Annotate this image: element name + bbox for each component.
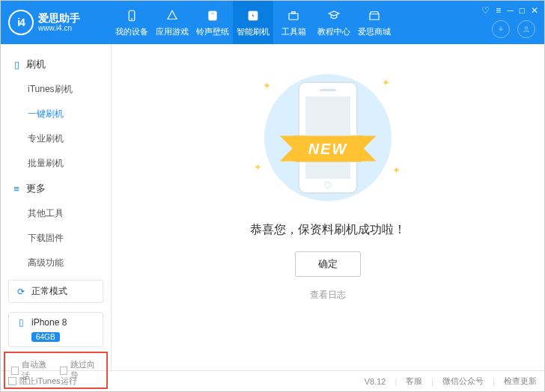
device-selector[interactable]: ▯ iPhone 8 64GB [8, 312, 103, 347]
nav-toolbox[interactable]: 工具箱 [273, 1, 314, 44]
flash-icon [246, 8, 261, 23]
footer-link-support[interactable]: 客服 [406, 376, 422, 387]
user-button[interactable] [517, 20, 535, 38]
device-icon [124, 8, 139, 23]
close-button[interactable]: ✕ [531, 5, 538, 16]
sidebar-item-batch-flash[interactable]: 批量刷机 [1, 151, 111, 176]
success-illustration: ✦✦✦✦ NEW [242, 67, 414, 209]
toolbox-icon [286, 8, 301, 23]
view-log-link[interactable]: 查看日志 [310, 289, 346, 301]
main-content: ✦✦✦✦ NEW 恭喜您，保资料刷机成功啦！ 确定 查看日志 [112, 44, 544, 370]
store-icon [367, 8, 382, 23]
ok-button[interactable]: 确定 [295, 251, 361, 277]
nav-apps[interactable]: 应用游戏 [152, 1, 192, 44]
window-controls: ♡ ≡ ─ □ ✕ [475, 1, 544, 20]
nav-tutorial[interactable]: 教程中心 [314, 1, 354, 44]
device-small-icon: ▯ [15, 317, 27, 328]
mode-label: 正常模式 [31, 285, 67, 298]
minimize-button[interactable]: ─ [507, 5, 514, 16]
svg-rect-5 [289, 13, 298, 19]
svg-point-7 [525, 27, 528, 30]
storage-badge: 64GB [31, 332, 60, 342]
apps-icon [165, 8, 180, 23]
sidebar-item-itunes-flash[interactable]: iTunes刷机 [1, 77, 111, 102]
sidebar: ▯ 刷机 iTunes刷机 一键刷机 专业刷机 批量刷机 ≡ 更多 其他工具 下… [1, 44, 112, 370]
svg-rect-6 [292, 11, 296, 13]
sidebar-group-flash[interactable]: ▯ 刷机 [1, 52, 111, 77]
nav-ringtones[interactable]: 铃声壁纸 [192, 1, 233, 44]
menu-icon[interactable]: ≡ [496, 5, 501, 16]
logo[interactable]: i4 爱思助手 www.i4.cn [1, 1, 112, 44]
sidebar-group-more[interactable]: ≡ 更多 [1, 176, 111, 201]
music-icon [205, 8, 220, 23]
maximize-button[interactable]: □ [520, 5, 525, 16]
tutorial-icon [326, 8, 341, 23]
sidebar-item-advanced[interactable]: 高级功能 [1, 251, 111, 275]
titlebar: i4 爱思助手 www.i4.cn 我的设备 应用游戏 铃声壁纸 智能刷机 工具… [1, 1, 544, 44]
new-ribbon: NEW [295, 136, 362, 162]
mode-selector[interactable]: ⟳ 正常模式 [8, 280, 103, 303]
svg-rect-2 [209, 11, 217, 20]
svg-rect-3 [210, 13, 215, 14]
brand-url: www.i4.cn [38, 24, 80, 32]
nav-my-device[interactable]: 我的设备 [112, 1, 152, 44]
sidebar-item-pro-flash[interactable]: 专业刷机 [1, 126, 111, 151]
basket-icon[interactable]: ♡ [481, 5, 490, 16]
sidebar-item-oneclick-flash[interactable]: 一键刷机 [1, 102, 111, 126]
download-button[interactable] [492, 20, 510, 38]
sidebar-item-other-tools[interactable]: 其他工具 [1, 201, 111, 226]
more-icon: ≡ [11, 183, 22, 195]
block-itunes-checkbox[interactable]: 阻止iTunes运行 [8, 376, 77, 387]
nav-store[interactable]: 爱思商城 [354, 1, 395, 44]
main-nav: 我的设备 应用游戏 铃声壁纸 智能刷机 工具箱 教程中心 爱思商城 [112, 1, 475, 44]
nav-flash[interactable]: 智能刷机 [233, 1, 273, 44]
device-name: iPhone 8 [31, 317, 67, 328]
phone-icon: ▯ [11, 59, 22, 70]
footer-link-wechat[interactable]: 微信公众号 [442, 376, 484, 387]
refresh-icon: ⟳ [15, 287, 27, 297]
brand-name: 爱思助手 [38, 13, 80, 24]
logo-icon: i4 [8, 10, 34, 35]
sidebar-item-download-firmware[interactable]: 下载固件 [1, 226, 111, 251]
success-message: 恭喜您，保资料刷机成功啦！ [250, 222, 406, 238]
svg-point-1 [131, 18, 133, 19]
footer-link-update[interactable]: 检查更新 [504, 376, 537, 387]
version-label: V8.12 [365, 377, 386, 386]
